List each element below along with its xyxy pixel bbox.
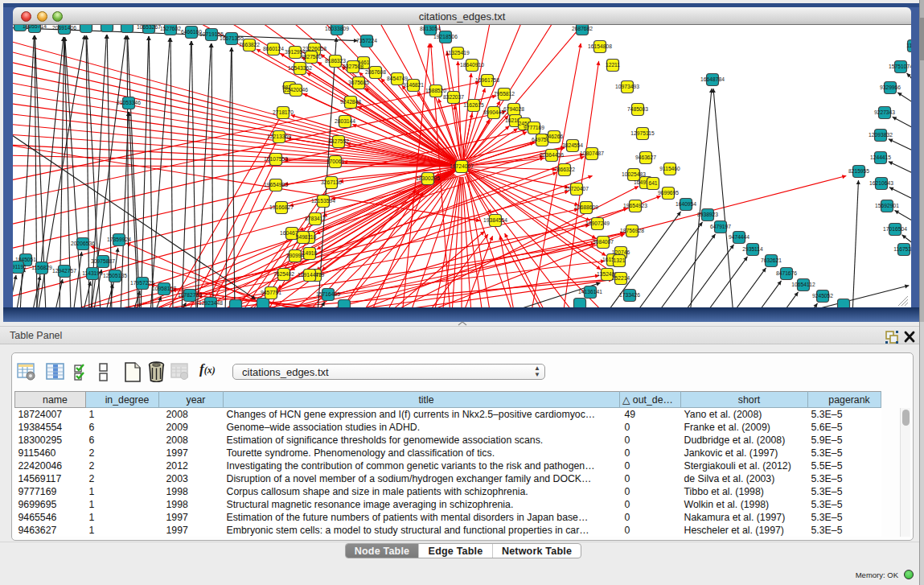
svg-text:8938923: 8938923 (697, 212, 718, 217)
svg-text:746266: 746266 (545, 134, 564, 139)
svg-text:6794028: 6794028 (503, 106, 524, 112)
svg-text:170061: 170061 (326, 159, 345, 164)
svg-text:19384554: 19384554 (483, 217, 507, 223)
svg-text:19166827: 19166827 (269, 204, 294, 210)
svg-text:8427552: 8427552 (328, 138, 349, 144)
svg-text:9474444: 9474444 (729, 234, 749, 240)
svg-text:12505135: 12505135 (103, 273, 127, 278)
svg-text:22420046: 22420046 (284, 87, 308, 93)
svg-text:18756928: 18756928 (620, 228, 644, 233)
svg-text:16543362: 16543362 (288, 65, 312, 71)
svg-text:15720407: 15720407 (565, 186, 589, 192)
svg-text:14136141: 14136141 (578, 289, 602, 295)
svg-text:9245052: 9245052 (812, 293, 833, 299)
svg-text:9115460: 9115460 (659, 166, 680, 171)
svg-text:641: 641 (648, 180, 657, 186)
svg-text:9227343: 9227343 (874, 109, 895, 115)
svg-text:10807487: 10807487 (580, 150, 604, 156)
svg-text:7955812: 7955812 (494, 91, 515, 97)
svg-text:30975887: 30975887 (91, 258, 115, 264)
svg-text:18724007: 18724007 (450, 163, 474, 169)
svg-text:8322037: 8322037 (443, 94, 464, 100)
svg-text:3824554: 3824554 (562, 142, 583, 148)
svg-text:10654112: 10654112 (791, 282, 815, 287)
svg-text:15751074: 15751074 (889, 64, 911, 69)
svg-text:20364436: 20364436 (540, 152, 564, 158)
svg-text:1733426: 1733426 (619, 292, 640, 298)
svg-text:1156829: 1156829 (31, 265, 52, 270)
svg-text:16033809: 16033809 (325, 26, 349, 31)
svg-text:15716485: 15716485 (316, 291, 340, 297)
svg-text:1244415: 1244415 (870, 154, 891, 160)
svg-text:2718170: 2718170 (273, 109, 294, 115)
svg-text:20691406: 20691406 (52, 25, 76, 31)
svg-text:19218506: 19218506 (433, 34, 458, 39)
svg-text:12975115: 12975115 (630, 130, 655, 136)
svg-text:20206536: 20206536 (71, 241, 95, 246)
svg-text:16154808: 16154808 (588, 43, 612, 49)
svg-text:8783412: 8783412 (305, 216, 326, 221)
svg-text:9463627: 9463627 (635, 154, 656, 160)
svg-text:9329966: 9329966 (880, 84, 901, 90)
svg-text:16107553: 16107553 (264, 156, 288, 162)
svg-text:12211: 12211 (606, 62, 620, 68)
svg-text:11325419: 11325419 (446, 50, 470, 56)
svg-text:12213369: 12213369 (267, 134, 291, 139)
svg-text:1167531: 1167531 (893, 246, 911, 252)
svg-text:16914479: 16914479 (298, 272, 322, 278)
svg-text:9146821: 9146821 (403, 82, 424, 88)
svg-text:12942757: 12942757 (52, 268, 76, 274)
svg-text:10653267: 10653267 (137, 25, 161, 30)
svg-text:2867608: 2867608 (365, 69, 386, 75)
svg-text:8186323: 8186323 (325, 58, 346, 64)
svg-text:3084007: 3084007 (593, 239, 614, 245)
svg-text:19654923: 19654923 (623, 203, 647, 208)
svg-text:2803144: 2803144 (335, 118, 355, 124)
svg-text:9777169: 9777169 (524, 125, 544, 130)
svg-text:3675685: 3675685 (348, 80, 369, 85)
svg-text:7663822: 7663822 (239, 42, 260, 47)
svg-text:8813054: 8813054 (420, 26, 441, 31)
svg-text:19654983: 19654983 (264, 182, 288, 187)
svg-text:18300295: 18300295 (416, 175, 440, 181)
svg-text:16648784: 16648784 (700, 76, 725, 82)
svg-text:9827500: 9827500 (301, 54, 322, 60)
svg-text:1143191: 1143191 (82, 270, 103, 276)
svg-text:10973493: 10973493 (615, 84, 639, 89)
svg-text:18640910: 18640910 (460, 62, 484, 68)
svg-text:12923448: 12923448 (199, 300, 223, 306)
svg-text:1162615: 1162615 (463, 102, 484, 108)
svg-text:1527602: 1527602 (160, 26, 181, 31)
svg-text:12153594: 12153594 (311, 198, 335, 204)
svg-text:54981: 54981 (296, 234, 311, 240)
svg-text:12093832: 12093832 (869, 132, 893, 138)
svg-text:7632621: 7632621 (761, 257, 782, 263)
svg-text:21053346: 21053346 (117, 100, 141, 105)
svg-text:8990443: 8990443 (483, 109, 504, 115)
svg-text:14910: 14910 (302, 250, 318, 256)
svg-text:2687682: 2687682 (572, 26, 593, 31)
svg-text:7485003: 7485003 (627, 106, 648, 112)
svg-text:190994: 190994 (286, 253, 305, 258)
svg-text:8215955: 8215955 (848, 168, 869, 174)
svg-text:7357224: 7357224 (356, 38, 377, 43)
svg-text:17016504: 17016504 (883, 226, 907, 232)
svg-text:11120: 11120 (906, 43, 911, 48)
svg-text:16671355: 16671355 (220, 35, 244, 41)
svg-text:9327508: 9327508 (343, 64, 363, 69)
svg-text:7625402: 7625402 (273, 271, 294, 277)
svg-text:391191: 391191 (13, 264, 27, 270)
svg-text:252214: 252214 (612, 275, 630, 281)
svg-text:6479197: 6479197 (710, 224, 731, 229)
svg-text:9699695: 9699695 (658, 190, 679, 196)
svg-text:10688609: 10688609 (574, 204, 598, 210)
svg-text:14055714: 14055714 (23, 25, 47, 29)
svg-text:18907249: 18907249 (585, 220, 610, 226)
svg-text:9457791: 9457791 (261, 290, 281, 295)
svg-text:10958107: 10958107 (152, 286, 176, 291)
svg-text:2935114: 2935114 (742, 246, 763, 252)
svg-text:8660124: 8660124 (263, 46, 284, 51)
svg-text:16782759: 16782759 (178, 292, 202, 298)
svg-text:1640954: 1640954 (676, 201, 696, 207)
svg-text:8471676: 8471676 (776, 270, 797, 276)
